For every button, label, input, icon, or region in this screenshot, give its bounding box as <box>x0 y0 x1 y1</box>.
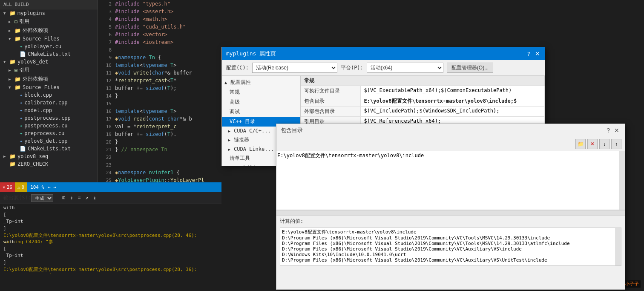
calc-area-container: E:\yolov8配置文件\tensorrtx-master\yolov8\in… <box>276 228 625 289</box>
config-manager-button[interactable]: 配置管理器(O)... <box>447 63 493 73</box>
sidebar-item-yolov8det-cpp[interactable]: ✦ yolov8_det.cpp <box>0 137 98 145</box>
include-input-section: E:\yolov8配置文件\tensorrtx-master\yolov8\in… <box>276 151 625 210</box>
code-line: 13 buffer += sizeof(T); <box>98 84 221 92</box>
prop-value[interactable]: E:\yolov8配置文件\tensorrtx-master\yolov8\in… <box>360 96 545 107</box>
code-line: 8 <box>98 46 221 54</box>
include-titlebar: 包含目录 ? ✕ <box>276 124 625 137</box>
new-folder-button[interactable]: 📁 <box>575 139 586 149</box>
prop-name: 可执行文件目录 <box>301 86 360 96</box>
sidebar-item-extdep1[interactable]: ▶ 📁 外部依赖项 <box>0 26 98 35</box>
folder-icon: 📁 <box>14 84 21 90</box>
code-line: 19 buffer += sizeof(T). <box>98 130 221 138</box>
scroll-icon[interactable]: ↨ <box>91 194 98 202</box>
folder-icon: 📁 <box>9 161 16 167</box>
code-editor: 2 #include "types.h" 3 #include <assert.… <box>98 0 221 192</box>
vertical-scrollbar[interactable] <box>619 151 625 210</box>
ref-icon: ⊞ <box>14 67 17 73</box>
prop-name: 包含目录 <box>301 96 360 107</box>
sidebar-item-block[interactable]: ✦ block.cpp <box>0 91 98 99</box>
sidebar-item-postprocesscu[interactable]: ✦ postprocess.cu <box>0 122 98 130</box>
sidebar-item-sourcefiles2[interactable]: ▼ 📁 Source Files <box>0 84 98 91</box>
help-icon[interactable]: ? <box>527 51 530 57</box>
source-select[interactable]: 生成 <box>31 194 53 202</box>
output-line: _Tp=int <box>3 253 218 259</box>
close-button[interactable]: ✕ <box>613 127 621 134</box>
delete-button[interactable]: ✕ <box>587 139 598 149</box>
code-line: 7 #include <iostream> <box>98 38 221 46</box>
sidebar: ALL_BUILD ▼ 📁 myplugins ▶ ⊞ 引用 ▶ 📁 外部依赖项… <box>0 0 98 192</box>
include-toolbar: 📁 ✕ ↓ ↑ <box>276 137 625 151</box>
sidebar-item-model[interactable]: ✦ model.cpp <box>0 107 98 114</box>
calc-path: D:\Program Files (x86)\Microsoft Visual … <box>282 246 619 252</box>
expand-arrow: ▶ <box>3 154 9 158</box>
output-line: ] <box>3 259 218 266</box>
code-line: 2 #include "types.h" <box>98 0 221 8</box>
sidebar-item-yolov8seg[interactable]: ▶ 📁 yolov8_seg <box>0 153 98 160</box>
sidebar-item-postprocess[interactable]: ✦ postprocess.cpp <box>0 114 98 122</box>
prop-value[interactable]: $(VC_IncludePath);$(WindowsSDK_IncludePa… <box>360 107 545 117</box>
calc-scrollbar[interactable] <box>615 228 621 266</box>
sidebar-item-extdep2[interactable]: ▶ 📁 外部依赖项 <box>0 75 98 84</box>
props-title: myplugins 属性页 <box>226 50 276 58</box>
folder-icon: 📁 <box>14 76 21 82</box>
sidebar-item-sourcefiles1[interactable]: ▼ 📁 Source Files <box>0 35 98 43</box>
platform-label: 平台(P): <box>341 64 363 72</box>
move-down-button[interactable]: ↓ <box>599 139 610 149</box>
warning-count: ⚠ 0 <box>15 182 27 192</box>
file-icon: ✦ <box>20 130 23 136</box>
bottom-panel: 输出源(S): 生成 ⊞ ↕ ≡ ↗ ↨ with [ _Tp=int ] E:… <box>0 192 221 291</box>
sort-icon[interactable]: ↕ <box>68 194 75 202</box>
file-icon: ✦ <box>20 138 23 144</box>
code-line: 17 ◆void read(const char*& b <box>98 115 221 123</box>
include-title-buttons: ? ✕ <box>605 127 621 134</box>
props-tree-item[interactable]: ▲ 配置属性 <box>222 78 300 87</box>
export-icon[interactable]: ↗ <box>83 194 91 202</box>
sidebar-item-cmake2[interactable]: 📄 CMakeLists.txt <box>0 145 98 153</box>
props-tree-item[interactable]: 调试 <box>222 107 300 117</box>
horizontal-scrollbar[interactable] <box>276 210 625 216</box>
file-icon: 📄 <box>20 51 26 57</box>
calc-label: 计算的值: <box>280 218 621 225</box>
props-tree-item[interactable]: 常规 <box>222 87 300 97</box>
help-button[interactable]: ? <box>605 127 611 134</box>
move-up-button[interactable]: ↑ <box>611 139 621 149</box>
output-line: [ <box>3 246 218 253</box>
sidebar-item-cmake1[interactable]: 📄 CMakeLists.txt <box>0 50 98 58</box>
file-icon: ✦ <box>20 100 23 106</box>
filter-icon[interactable]: ⊞ <box>60 194 68 202</box>
code-line: 6 #include <vector> <box>98 31 221 38</box>
props-tree-item[interactable]: 高级 <box>222 97 300 107</box>
sidebar-item-zero-check[interactable]: 📁 ZERO_CHECK <box>0 160 98 168</box>
code-line: 23 <box>98 161 221 169</box>
sidebar-item-yololayer[interactable]: ✦ yololayer.cu <box>0 43 98 50</box>
include-path-input[interactable]: E:\yolov8配置文件\tensorrtx-master\yolov8\in… <box>276 151 619 210</box>
expand-arrow: ▶ <box>9 29 14 33</box>
sidebar-item-myplugins[interactable]: ▼ 📁 myplugins <box>0 9 98 17</box>
align-icon[interactable]: ≡ <box>75 194 83 202</box>
sidebar-item-ref2[interactable]: ▶ ⊞ 引用 <box>0 66 98 75</box>
sidebar-item-calibrator[interactable]: ✦ calibrator.cpp <box>0 99 98 107</box>
code-line: 16 template<typename T> <box>98 107 221 115</box>
prop-name: 外部包含目录 <box>301 107 360 117</box>
include-dialog: 包含目录 ? ✕ 📁 ✕ ↓ ↑ E:\yolov8配置文件\tensorrtx… <box>276 124 625 290</box>
file-icon: 📄 <box>20 146 26 152</box>
sidebar-item-yolov8det[interactable]: ▼ 📁 yolov8_det <box>0 58 98 66</box>
code-line: 10 template<typename T> <box>98 61 221 69</box>
config-select[interactable]: 活动(Release) <box>252 63 337 73</box>
sidebar-header: ALL_BUILD <box>0 0 98 9</box>
expand-arrow: ▼ <box>9 85 14 89</box>
prop-value[interactable]: $(VC_ExecutablePath_x64);$(CommonExecuta… <box>360 86 545 96</box>
error-count: ✕ 26 <box>0 182 15 192</box>
sidebar-item-preprocess[interactable]: ✦ preprocess.cu <box>0 130 98 137</box>
expand-arrow: ▼ <box>3 60 9 64</box>
output-line: _Tp=int <box>3 219 218 225</box>
sidebar-item-ref1[interactable]: ▶ ⊞ 引用 <box>0 17 98 26</box>
platform-select[interactable]: 活动(x64) <box>367 63 443 73</box>
file-icon: ✦ <box>20 92 23 98</box>
close-button[interactable]: ✕ <box>535 51 540 57</box>
code-line: 4 #include <math.h> <box>98 15 221 23</box>
folder-icon: 📁 <box>9 153 16 159</box>
code-line: 5 #include "cuda_utils.h" <box>98 23 221 31</box>
expand-arrow: ▼ <box>9 37 14 41</box>
calc-path: E:\yolov8配置文件\tensorrtx-master\yolov8\in… <box>282 229 619 235</box>
